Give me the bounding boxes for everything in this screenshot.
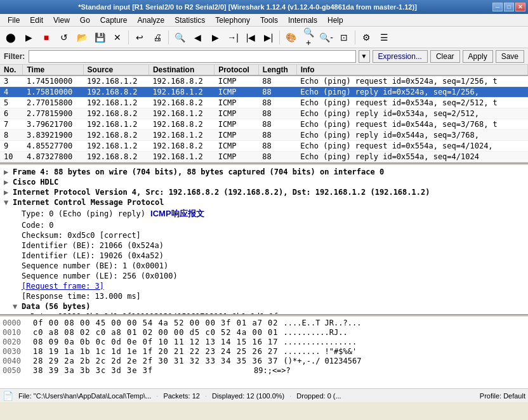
col-source: Source (83, 65, 148, 75)
table-row[interactable]: 31.74510000192.168.1.2192.168.8.2ICMP88E… (0, 75, 528, 87)
minimize-button[interactable]: ─ (492, 3, 503, 11)
toolbar-zoom-reset-btn[interactable]: ⊡ (336, 29, 352, 46)
table-row[interactable]: 94.85527700192.168.1.2192.168.8.2ICMP88E… (0, 141, 528, 152)
toolbar-sep1 (128, 30, 129, 44)
col-destination: Destination (148, 65, 214, 75)
menu-bar: FileEditViewGoCaptureAnalyzeStatisticsTe… (0, 14, 528, 27)
status-icon: 📄 (3, 391, 13, 401)
toolbar-colorize-btn[interactable]: 🎨 (282, 29, 299, 46)
toolbar-last-btn[interactable]: ▶| (260, 29, 277, 46)
clear-button[interactable]: Clear (430, 50, 460, 63)
menu-item-telephony[interactable]: Telephony (210, 15, 255, 26)
detail-section-frame[interactable]: ▶ Frame 4: 88 bytes on wire (704 bits), … (0, 167, 528, 177)
detail-line: [Request frame: 3] (9, 281, 528, 291)
menu-item-capture[interactable]: Capture (95, 15, 133, 26)
window-controls: ─ □ ✕ (492, 3, 525, 11)
packet-table-body[interactable]: 31.74510000192.168.1.2192.168.8.2ICMP88E… (0, 75, 528, 162)
annotation-text: ICMP响应报文 (150, 209, 204, 218)
menu-item-tools[interactable]: Tools (255, 15, 283, 26)
toolbar-sep3 (279, 30, 280, 44)
table-row[interactable]: 41.75810000192.168.8.2192.168.1.2ICMP88E… (0, 87, 528, 98)
toolbar: ⬤ ▶ ■ ↺ 📂 💾 ✕ ↩ 🖨 🔍 ◀ ▶ →| |◀ ▶| 🎨 🔍+ 🔍-… (0, 27, 528, 48)
table-row[interactable]: 62.77815900192.168.8.2192.168.1.2ICMP88E… (0, 108, 528, 119)
toolbar-reload-btn[interactable]: ↩ (131, 29, 148, 46)
menu-item-edit[interactable]: Edit (25, 15, 48, 26)
detail-line: Type: 0 (Echo (ping) reply)ICMP响应报文 (9, 207, 528, 220)
menu-item-analyze[interactable]: Analyze (133, 15, 170, 26)
toolbar-print-btn[interactable]: 🖨 (149, 29, 166, 46)
hex-row: 004028 29 2a 2b 2c 2d 2e 2f 30 31 32 33 … (3, 357, 525, 366)
col-time: Time (23, 65, 83, 75)
maximize-button[interactable]: □ (504, 3, 514, 11)
detail-section-icmp[interactable]: ▼ Internet Control Message Protocol (0, 197, 528, 207)
detail-line: Code: 0 (9, 220, 528, 230)
packet-table-header: No. Time Source Destination Protocol Len… (0, 65, 528, 75)
title-text: *Standard input [R1 Serial2/0 to R2 Seri… (3, 3, 492, 11)
menu-item-file[interactable]: File (3, 15, 25, 26)
toolbar-open-btn[interactable]: 📂 (74, 29, 90, 46)
toolbar-restart-btn[interactable]: ↺ (56, 29, 72, 46)
detail-sub-section[interactable]: ▼ Data (56 bytes) (9, 301, 528, 312)
hex-row: 003018 19 1a 1b 1c 1d 1e 1f 20 21 22 23 … (3, 347, 525, 357)
col-length: Length (258, 65, 296, 75)
detail-line: Sequence number (BE): 1 (0x0001) (9, 261, 528, 271)
expression-button[interactable]: Expression... (373, 50, 428, 63)
detail-line: Identifier (LE): 19026 (0x4a52) (9, 251, 528, 261)
save-button[interactable]: Save (496, 50, 524, 63)
menu-item-internals[interactable]: Internals (283, 15, 322, 26)
toolbar-zoom-in-btn[interactable]: 🔍+ (300, 29, 317, 46)
toolbar-interfaces-btn[interactable]: ⬤ (3, 29, 19, 46)
close-button[interactable]: ✕ (515, 3, 525, 11)
status-bar: 📄 File: "C:\Users\han\AppData\Local\Temp… (0, 388, 528, 402)
menu-item-go[interactable]: Go (75, 15, 95, 26)
toolbar-find-btn[interactable]: 🔍 (171, 29, 188, 46)
title-bar: *Standard input [R1 Serial2/0 to R2 Seri… (0, 0, 528, 14)
hex-row: 0010c0 a8 08 02 c0 a8 01 02 00 00 d5 c0 … (3, 328, 525, 338)
hex-row: 005038 39 3a 3b 3c 3d 3e 3f89:;<=>? (3, 366, 525, 376)
detail-line: Sequence number (LE): 256 (0x0100) (9, 271, 528, 281)
hex-dump[interactable]: 00000f 00 08 00 45 00 00 54 4a 52 00 00 … (0, 317, 528, 388)
col-info: Info (296, 65, 527, 75)
detail-section-cisco[interactable]: ▶ Cisco HDLC (0, 177, 528, 187)
menu-item-help[interactable]: Help (322, 15, 348, 26)
detail-section-ip[interactable]: ▶ Internet Protocol Version 4, Src: 192.… (0, 187, 528, 197)
toolbar-first-btn[interactable]: |◀ (242, 29, 259, 46)
table-row[interactable]: 73.79621700192.168.1.2192.168.8.2ICMP88E… (0, 119, 528, 130)
toolbar-stop-btn[interactable]: ■ (38, 29, 55, 46)
toolbar-zoom-out-btn[interactable]: 🔍- (318, 29, 334, 46)
col-no: No. (0, 65, 23, 75)
table-row[interactable]: 52.77015800192.168.1.2192.168.8.2ICMP88E… (0, 98, 528, 108)
packet-table: No. Time Source Destination Protocol Len… (0, 65, 528, 162)
menu-item-view[interactable]: View (48, 15, 75, 26)
filter-bar: Filter: ▼ Expression... Clear Apply Save (0, 48, 528, 65)
toolbar-sep4 (355, 30, 355, 44)
toolbar-close-btn[interactable]: ✕ (109, 29, 126, 46)
filter-input[interactable] (29, 50, 355, 63)
filter-label: Filter: (4, 52, 25, 61)
status-packets: Packets: 12 (163, 392, 199, 400)
status-dropped: Dropped: 0 (... (296, 392, 341, 400)
toolbar-prev-btn[interactable]: ◀ (189, 29, 206, 46)
status-file: File: "C:\Users\han\AppData\Local\Temp\.… (18, 392, 151, 400)
hex-row: 002008 09 0a 0b 0c 0d 0e 0f 10 11 12 13 … (3, 338, 525, 347)
status-displayed: Displayed: 12 (100.0%) (212, 392, 284, 400)
table-row[interactable]: 83.83921900192.168.8.2192.168.1.2ICMP88E… (0, 130, 528, 141)
filter-dropdown[interactable]: ▼ (359, 50, 370, 63)
hex-row: 00000f 00 08 00 45 00 00 54 4a 52 00 00 … (3, 318, 525, 328)
detail-line: Checksum: 0xd5c0 [correct] (9, 230, 528, 240)
toolbar-column-prefs-btn[interactable]: ☰ (376, 29, 392, 46)
packet-detail[interactable]: ▶ Frame 4: 88 bytes on wire (704 bits), … (0, 166, 528, 315)
toolbar-next-btn[interactable]: ▶ (207, 29, 223, 46)
table-row[interactable]: 104.87327800192.168.8.2192.168.1.2ICMP88… (0, 152, 528, 162)
toolbar-save-btn[interactable]: 💾 (91, 29, 108, 46)
status-profile: Profile: Default (480, 392, 525, 400)
apply-button[interactable]: Apply (463, 50, 493, 63)
toolbar-sep2 (168, 30, 169, 44)
packet-list[interactable]: No. Time Source Destination Protocol Len… (0, 65, 528, 163)
toolbar-capture-options-btn[interactable]: ⚙ (358, 29, 374, 46)
col-protocol: Protocol (214, 65, 259, 75)
detail-line: [Response time: 13.000 ms] (9, 291, 528, 301)
toolbar-start-btn[interactable]: ▶ (20, 29, 37, 46)
toolbar-goto-btn[interactable]: →| (225, 29, 241, 46)
menu-item-statistics[interactable]: Statistics (169, 15, 210, 26)
